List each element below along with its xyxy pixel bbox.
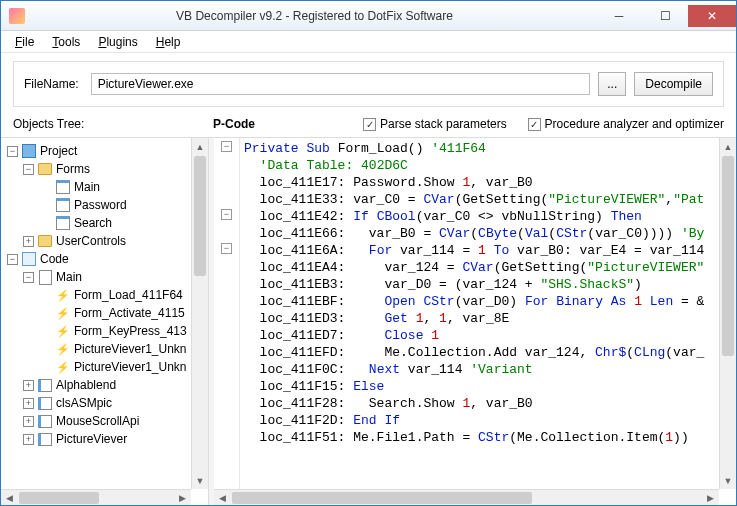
close-button[interactable]: ✕ — [688, 5, 736, 27]
code-gutter: − − − — [214, 138, 240, 489]
tree-node-form-password[interactable]: Password — [3, 196, 206, 214]
tree-node-mousescrollapi[interactable]: +MouseScrollApi — [3, 412, 206, 430]
scroll-right-icon[interactable]: ▶ — [702, 490, 719, 506]
file-panel: FileName: ... Decompile — [13, 61, 724, 107]
objects-tree-panel: −Project −Forms Main Password Search +Us… — [1, 138, 209, 506]
menu-bar: File Tools Plugins Help — [1, 31, 736, 53]
check-icon: ✓ — [528, 118, 541, 131]
tree-node-form-search[interactable]: Search — [3, 214, 206, 232]
tree-node-main[interactable]: −Main — [3, 268, 206, 286]
fold-toggle[interactable]: − — [221, 243, 232, 254]
scroll-left-icon[interactable]: ◀ — [1, 490, 18, 506]
folder-icon — [38, 234, 52, 248]
expand-icon[interactable]: + — [23, 380, 34, 391]
pcode-label: P-Code — [213, 117, 363, 131]
scroll-thumb[interactable] — [194, 156, 206, 276]
form-icon — [56, 216, 70, 230]
filename-label: FileName: — [24, 77, 79, 91]
scroll-up-icon[interactable]: ▲ — [720, 138, 736, 155]
scroll-down-icon[interactable]: ▼ — [720, 472, 736, 489]
main-area: −Project −Forms Main Password Search +Us… — [1, 137, 736, 506]
tree-scrollbar-horizontal[interactable]: ◀▶ — [1, 489, 191, 506]
expand-icon[interactable]: + — [23, 434, 34, 445]
scroll-left-icon[interactable]: ◀ — [214, 490, 231, 506]
menu-help[interactable]: Help — [148, 33, 189, 51]
proc-analyzer-label: Procedure analyzer and optimizer — [545, 117, 724, 131]
project-icon — [22, 144, 36, 158]
code-scrollbar-vertical[interactable]: ▲▼ — [719, 138, 736, 489]
objects-tree[interactable]: −Project −Forms Main Password Search +Us… — [1, 138, 208, 452]
module-icon — [38, 270, 52, 284]
menu-file[interactable]: File — [7, 33, 42, 51]
expand-icon[interactable]: + — [23, 398, 34, 409]
code-view[interactable]: Private Sub Form_Load() '411F64 'Data Ta… — [240, 138, 719, 489]
scroll-thumb[interactable] — [19, 492, 99, 504]
module-icon — [38, 414, 52, 428]
labels-row: Objects Tree: P-Code ✓ Parse stack param… — [1, 113, 736, 137]
parse-stack-checkbox[interactable]: ✓ Parse stack parameters — [363, 117, 507, 131]
tree-scrollbar-vertical[interactable]: ▲▼ — [191, 138, 208, 489]
window-title: VB Decompiler v9.2 - Registered to DotFi… — [33, 9, 596, 23]
tree-node-fn-formactivate[interactable]: Form_Activate_4115 — [3, 304, 206, 322]
minimize-button[interactable]: ─ — [596, 5, 642, 27]
expand-icon[interactable]: + — [23, 416, 34, 427]
decompile-button[interactable]: Decompile — [634, 72, 713, 96]
tree-node-pictureviever[interactable]: +PictureViever — [3, 430, 206, 448]
tree-node-code[interactable]: −Code — [3, 250, 206, 268]
code-scrollbar-horizontal[interactable]: ◀▶ — [214, 489, 719, 506]
objects-tree-label: Objects Tree: — [13, 117, 213, 131]
tree-node-project[interactable]: −Project — [3, 142, 206, 160]
parse-stack-label: Parse stack parameters — [380, 117, 507, 131]
tree-node-fn-formkeypress[interactable]: Form_KeyPress_413 — [3, 322, 206, 340]
tree-node-usercontrols[interactable]: +UserControls — [3, 232, 206, 250]
title-bar: VB Decompiler v9.2 - Registered to DotFi… — [1, 1, 736, 31]
tree-node-fn-pictureviever1a[interactable]: PictureViever1_Unkn — [3, 340, 206, 358]
proc-analyzer-checkbox[interactable]: ✓ Procedure analyzer and optimizer — [528, 117, 724, 131]
scroll-thumb[interactable] — [722, 156, 734, 356]
scroll-thumb[interactable] — [232, 492, 532, 504]
check-icon: ✓ — [363, 118, 376, 131]
menu-plugins[interactable]: Plugins — [90, 33, 145, 51]
module-icon — [38, 396, 52, 410]
tree-node-forms[interactable]: −Forms — [3, 160, 206, 178]
filename-input[interactable] — [91, 73, 591, 95]
code-panel: − − − Private Sub Form_Load() '411F64 'D… — [214, 138, 736, 506]
menu-tools[interactable]: Tools — [44, 33, 88, 51]
tree-node-fn-formload[interactable]: Form_Load_411F64 — [3, 286, 206, 304]
function-icon — [56, 306, 70, 320]
tree-node-alphablend[interactable]: +Alphablend — [3, 376, 206, 394]
fold-toggle[interactable]: − — [221, 141, 232, 152]
browse-button[interactable]: ... — [598, 72, 626, 96]
scroll-down-icon[interactable]: ▼ — [192, 472, 208, 489]
fold-toggle[interactable]: − — [221, 209, 232, 220]
scroll-up-icon[interactable]: ▲ — [192, 138, 208, 155]
scroll-right-icon[interactable]: ▶ — [174, 490, 191, 506]
collapse-icon[interactable]: − — [7, 254, 18, 265]
tree-node-clsasmpic[interactable]: +clsASMpic — [3, 394, 206, 412]
function-icon — [56, 324, 70, 338]
expand-icon[interactable]: + — [23, 236, 34, 247]
function-icon — [56, 360, 70, 374]
collapse-icon[interactable]: − — [7, 146, 18, 157]
module-icon — [38, 432, 52, 446]
module-icon — [38, 378, 52, 392]
folder-icon — [38, 162, 52, 176]
collapse-icon[interactable]: − — [23, 272, 34, 283]
code-icon — [22, 252, 36, 266]
tree-node-form-main[interactable]: Main — [3, 178, 206, 196]
function-icon — [56, 288, 70, 302]
app-icon — [9, 8, 25, 24]
function-icon — [56, 342, 70, 356]
maximize-button[interactable]: ☐ — [642, 5, 688, 27]
form-icon — [56, 198, 70, 212]
tree-node-fn-pictureviever1b[interactable]: PictureViever1_Unkn — [3, 358, 206, 376]
collapse-icon[interactable]: − — [23, 164, 34, 175]
form-icon — [56, 180, 70, 194]
